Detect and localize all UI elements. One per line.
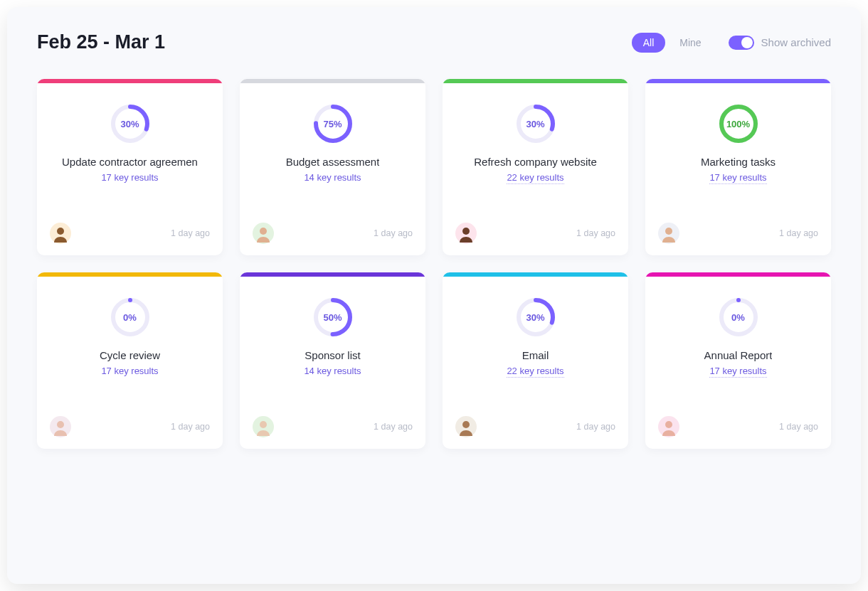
progress-ring: 30% [515, 297, 556, 338]
card-title: Annual Report [704, 349, 773, 361]
avatar[interactable] [455, 416, 477, 437]
card-key-results[interactable]: 22 key results [507, 366, 563, 378]
card-title: Cycle review [100, 349, 160, 361]
card-timestamp: 1 day ago [374, 228, 413, 238]
avatar-icon [658, 416, 679, 437]
page-title: Feb 25 - Mar 1 [37, 31, 165, 53]
svg-point-5 [260, 228, 267, 235]
avatar[interactable] [455, 223, 477, 244]
archived-toggle-label: Show archived [761, 36, 831, 48]
card-grid: 30% Update contractor agreemen 17 key re… [37, 79, 831, 449]
avatar-icon [50, 223, 71, 244]
controls: All Mine Show archived [632, 33, 831, 53]
card-title: Update contractor agreemen [62, 156, 198, 168]
svg-point-23 [665, 421, 672, 428]
card-body: 30% Refresh company website 22 key resul… [443, 83, 628, 223]
card-body: 0% Cycle review 17 key results [37, 277, 223, 416]
objective-card[interactable]: 50% Sponsor list 14 key results 1 day ag… [240, 272, 425, 449]
card-timestamp: 1 day ago [779, 228, 818, 238]
progress-ring: 100% [718, 103, 759, 144]
archived-toggle[interactable] [729, 36, 754, 50]
card-timestamp: 1 day ago [576, 228, 615, 238]
avatar-icon [253, 223, 274, 244]
toggle-knob-icon [741, 37, 753, 48]
progress-ring: 30% [515, 103, 556, 144]
filter-all[interactable]: All [632, 33, 666, 53]
card-footer: 1 day ago [645, 223, 831, 255]
card-key-results[interactable]: 17 key results [709, 366, 766, 378]
archived-toggle-row: Show archived [729, 36, 831, 50]
card-key-results[interactable]: 14 key results [304, 366, 361, 376]
objective-card[interactable]: 30% Refresh company website 22 key resul… [443, 79, 628, 255]
avatar-icon [253, 416, 274, 437]
card-title: Refresh company website [474, 156, 597, 168]
progress-percent: 100% [718, 103, 759, 144]
progress-percent: 0% [110, 297, 151, 338]
card-timestamp: 1 day ago [374, 422, 413, 432]
card-key-results[interactable]: 14 key results [304, 172, 361, 183]
card-key-results[interactable]: 22 key results [507, 172, 563, 184]
card-title: Marketing tasks [701, 156, 776, 168]
objective-card[interactable]: 0% Cycle review 17 key results 1 day ago [37, 272, 223, 449]
filter-pills: All Mine [632, 33, 713, 53]
avatar[interactable] [50, 223, 71, 244]
svg-point-14 [57, 421, 64, 428]
progress-percent: 30% [515, 297, 556, 338]
card-key-results[interactable]: 17 key results [709, 172, 766, 184]
avatar-icon [455, 416, 477, 437]
card-footer: 1 day ago [645, 416, 831, 449]
progress-percent: 50% [312, 297, 354, 338]
avatar-icon [455, 223, 477, 244]
card-footer: 1 day ago [37, 223, 223, 255]
objective-card[interactable]: 0% Annual Report 17 key results 1 day ag… [645, 272, 831, 449]
card-body: 50% Sponsor list 14 key results [240, 277, 425, 416]
card-key-results[interactable]: 17 key results [101, 366, 158, 376]
card-footer: 1 day ago [37, 416, 223, 449]
svg-point-11 [665, 228, 672, 235]
progress-percent: 30% [515, 103, 556, 144]
card-timestamp: 1 day ago [576, 422, 615, 432]
avatar[interactable] [658, 416, 679, 437]
progress-percent: 0% [718, 297, 759, 338]
card-body: 100% Marketing tasks 17 key results [645, 83, 831, 223]
progress-ring: 30% [110, 103, 151, 144]
svg-point-20 [462, 421, 470, 428]
progress-ring: 75% [312, 103, 354, 144]
card-footer: 1 day ago [443, 416, 628, 449]
progress-percent: 75% [312, 103, 354, 144]
card-title: Email [522, 349, 549, 361]
card-body: 75% Budget assessment 14 key results [240, 83, 425, 223]
topbar: Feb 25 - Mar 1 All Mine Show archived [37, 31, 831, 53]
avatar[interactable] [253, 223, 274, 244]
filter-mine[interactable]: Mine [668, 33, 712, 53]
card-footer: 1 day ago [240, 223, 425, 255]
card-title: Sponsor list [305, 349, 360, 361]
svg-point-17 [260, 421, 267, 428]
card-timestamp: 1 day ago [171, 228, 210, 238]
avatar[interactable] [253, 416, 274, 437]
objective-card[interactable]: 75% Budget assessment 14 key results 1 d… [240, 79, 425, 255]
card-key-results[interactable]: 17 key results [101, 172, 158, 183]
card-body: 30% Update contractor agreemen 17 key re… [37, 83, 223, 223]
card-footer: 1 day ago [443, 223, 628, 255]
avatar[interactable] [50, 416, 71, 437]
objective-card[interactable]: 100% Marketing tasks 17 key results 1 da… [645, 79, 831, 255]
objective-card[interactable]: 30% Email 22 key results 1 day ago [443, 272, 628, 449]
svg-point-2 [57, 228, 64, 235]
avatar-icon [658, 223, 679, 244]
avatar[interactable] [658, 223, 679, 244]
card-body: 30% Email 22 key results [443, 277, 628, 416]
progress-ring: 50% [312, 297, 354, 338]
svg-point-8 [462, 228, 470, 235]
card-body: 0% Annual Report 17 key results [645, 277, 831, 416]
progress-percent: 30% [110, 103, 151, 144]
card-title: Budget assessment [286, 156, 380, 168]
progress-ring: 0% [110, 297, 151, 338]
dashboard: Feb 25 - Mar 1 All Mine Show archived [7, 7, 861, 584]
card-timestamp: 1 day ago [171, 422, 210, 432]
progress-ring: 0% [718, 297, 759, 338]
avatar-icon [50, 416, 71, 437]
card-timestamp: 1 day ago [779, 422, 818, 432]
objective-card[interactable]: 30% Update contractor agreemen 17 key re… [37, 79, 223, 255]
card-footer: 1 day ago [240, 416, 425, 449]
